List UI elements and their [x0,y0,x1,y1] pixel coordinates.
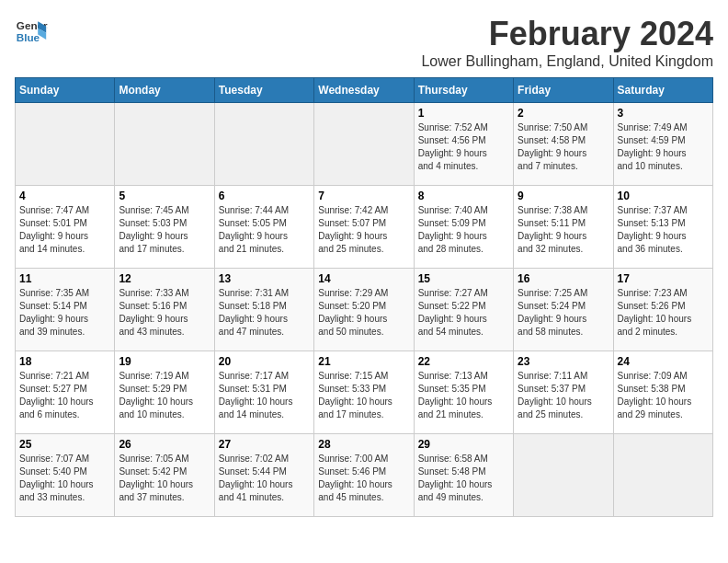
day-number: 20 [219,355,310,368]
day-number: 5 [119,190,210,202]
day-number: 6 [219,190,310,202]
column-header-sunday: Sunday [16,78,115,103]
day-number: 8 [418,190,509,202]
day-number: 1 [418,107,509,120]
day-info: Sunrise: 7:19 AM Sunset: 5:29 PM Dayligh… [119,370,210,421]
calendar-cell: 9Sunrise: 7:38 AM Sunset: 5:11 PM Daylig… [514,186,613,269]
calendar-cell [514,434,613,517]
day-number: 23 [518,355,609,368]
calendar-cell: 3Sunrise: 7:49 AM Sunset: 4:59 PM Daylig… [613,103,712,186]
calendar-cell: 11Sunrise: 7:35 AM Sunset: 5:14 PM Dayli… [16,269,115,351]
calendar-cell: 7Sunrise: 7:42 AM Sunset: 5:07 PM Daylig… [314,186,414,269]
calendar-cell: 24Sunrise: 7:09 AM Sunset: 5:38 PM Dayli… [613,351,712,434]
day-number: 15 [418,272,509,285]
day-info: Sunrise: 7:02 AM Sunset: 5:44 PM Dayligh… [219,453,310,504]
calendar-cell: 15Sunrise: 7:27 AM Sunset: 5:22 PM Dayli… [414,269,513,351]
day-info: Sunrise: 7:42 AM Sunset: 5:07 PM Dayligh… [318,204,409,256]
calendar-cell: 2Sunrise: 7:50 AM Sunset: 4:58 PM Daylig… [514,103,613,186]
day-info: Sunrise: 7:40 AM Sunset: 5:09 PM Dayligh… [418,204,509,256]
week-row-1: 1Sunrise: 7:52 AM Sunset: 4:56 PM Daylig… [16,103,713,186]
calendar-cell: 26Sunrise: 7:05 AM Sunset: 5:42 PM Dayli… [115,434,214,517]
day-info: Sunrise: 7:13 AM Sunset: 5:35 PM Dayligh… [418,370,509,421]
calendar-cell [314,103,414,186]
calendar-cell [214,103,313,186]
column-header-saturday: Saturday [613,78,712,103]
day-number: 11 [19,272,110,285]
week-row-5: 25Sunrise: 7:07 AM Sunset: 5:40 PM Dayli… [16,434,713,517]
calendar-cell: 22Sunrise: 7:13 AM Sunset: 5:35 PM Dayli… [414,351,513,434]
calendar-cell: 23Sunrise: 7:11 AM Sunset: 5:37 PM Dayli… [514,351,613,434]
calendar-cell: 20Sunrise: 7:17 AM Sunset: 5:31 PM Dayli… [214,351,313,434]
column-header-tuesday: Tuesday [214,78,313,103]
day-number: 14 [318,272,409,285]
calendar-cell [613,434,712,517]
header-row: SundayMondayTuesdayWednesdayThursdayFrid… [16,78,713,103]
calendar-cell: 17Sunrise: 7:23 AM Sunset: 5:26 PM Dayli… [613,269,712,351]
day-info: Sunrise: 7:31 AM Sunset: 5:18 PM Dayligh… [219,287,310,339]
column-header-monday: Monday [115,78,214,103]
day-info: Sunrise: 6:58 AM Sunset: 5:48 PM Dayligh… [418,453,509,504]
day-number: 12 [119,272,210,285]
day-info: Sunrise: 7:50 AM Sunset: 4:58 PM Dayligh… [518,121,609,173]
day-info: Sunrise: 7:52 AM Sunset: 4:56 PM Dayligh… [418,121,509,173]
calendar-cell: 29Sunrise: 6:58 AM Sunset: 5:48 PM Dayli… [414,434,513,517]
calendar-cell: 4Sunrise: 7:47 AM Sunset: 5:01 PM Daylig… [16,186,115,269]
logo: General Blue [15,15,48,48]
calendar-cell [115,103,214,186]
day-info: Sunrise: 7:29 AM Sunset: 5:20 PM Dayligh… [318,287,409,339]
calendar-cell: 12Sunrise: 7:33 AM Sunset: 5:16 PM Dayli… [115,269,214,351]
day-info: Sunrise: 7:45 AM Sunset: 5:03 PM Dayligh… [119,204,210,256]
calendar-cell: 10Sunrise: 7:37 AM Sunset: 5:13 PM Dayli… [613,186,712,269]
week-row-4: 18Sunrise: 7:21 AM Sunset: 5:27 PM Dayli… [16,351,713,434]
day-info: Sunrise: 7:25 AM Sunset: 5:24 PM Dayligh… [518,287,609,339]
calendar-cell: 25Sunrise: 7:07 AM Sunset: 5:40 PM Dayli… [16,434,115,517]
calendar-cell: 13Sunrise: 7:31 AM Sunset: 5:18 PM Dayli… [214,269,313,351]
main-title: February 2024 [421,15,713,53]
day-info: Sunrise: 7:11 AM Sunset: 5:37 PM Dayligh… [518,370,609,421]
day-info: Sunrise: 7:09 AM Sunset: 5:38 PM Dayligh… [618,370,709,421]
day-info: Sunrise: 7:15 AM Sunset: 5:33 PM Dayligh… [318,370,409,421]
logo-icon: General Blue [15,15,48,48]
day-number: 26 [119,438,210,451]
day-info: Sunrise: 7:49 AM Sunset: 4:59 PM Dayligh… [618,121,709,173]
column-header-friday: Friday [514,78,613,103]
day-number: 2 [518,107,609,120]
day-number: 19 [119,355,210,368]
day-number: 29 [418,438,509,451]
day-number: 24 [618,355,709,368]
calendar-cell: 16Sunrise: 7:25 AM Sunset: 5:24 PM Dayli… [514,269,613,351]
calendar-cell [16,103,115,186]
calendar-cell: 5Sunrise: 7:45 AM Sunset: 5:03 PM Daylig… [115,186,214,269]
day-info: Sunrise: 7:27 AM Sunset: 5:22 PM Dayligh… [418,287,509,339]
calendar-cell: 18Sunrise: 7:21 AM Sunset: 5:27 PM Dayli… [16,351,115,434]
day-info: Sunrise: 7:47 AM Sunset: 5:01 PM Dayligh… [19,204,110,256]
day-info: Sunrise: 7:35 AM Sunset: 5:14 PM Dayligh… [19,287,110,339]
day-number: 18 [19,355,110,368]
day-number: 9 [518,190,609,202]
day-number: 16 [518,272,609,285]
day-number: 10 [618,190,709,202]
calendar-cell: 8Sunrise: 7:40 AM Sunset: 5:09 PM Daylig… [414,186,513,269]
title-area: February 2024 Lower Bullingham, England,… [421,15,713,70]
calendar-cell: 19Sunrise: 7:19 AM Sunset: 5:29 PM Dayli… [115,351,214,434]
subtitle: Lower Bullingham, England, United Kingdo… [421,53,713,70]
day-info: Sunrise: 7:17 AM Sunset: 5:31 PM Dayligh… [219,370,310,421]
header: General Blue February 2024 Lower Bulling… [15,15,713,70]
week-row-2: 4Sunrise: 7:47 AM Sunset: 5:01 PM Daylig… [16,186,713,269]
calendar-cell: 14Sunrise: 7:29 AM Sunset: 5:20 PM Dayli… [314,269,414,351]
calendar-cell: 21Sunrise: 7:15 AM Sunset: 5:33 PM Dayli… [314,351,414,434]
day-number: 22 [418,355,509,368]
day-number: 28 [318,438,409,451]
day-info: Sunrise: 7:07 AM Sunset: 5:40 PM Dayligh… [19,453,110,504]
day-number: 13 [219,272,310,285]
column-header-thursday: Thursday [414,78,513,103]
day-info: Sunrise: 7:23 AM Sunset: 5:26 PM Dayligh… [618,287,709,339]
week-row-3: 11Sunrise: 7:35 AM Sunset: 5:14 PM Dayli… [16,269,713,351]
svg-text:Blue: Blue [17,31,40,43]
day-info: Sunrise: 7:05 AM Sunset: 5:42 PM Dayligh… [119,453,210,504]
day-number: 7 [318,190,409,202]
day-number: 4 [19,190,110,202]
calendar-cell: 6Sunrise: 7:44 AM Sunset: 5:05 PM Daylig… [214,186,313,269]
day-info: Sunrise: 7:00 AM Sunset: 5:46 PM Dayligh… [318,453,409,504]
day-info: Sunrise: 7:21 AM Sunset: 5:27 PM Dayligh… [19,370,110,421]
